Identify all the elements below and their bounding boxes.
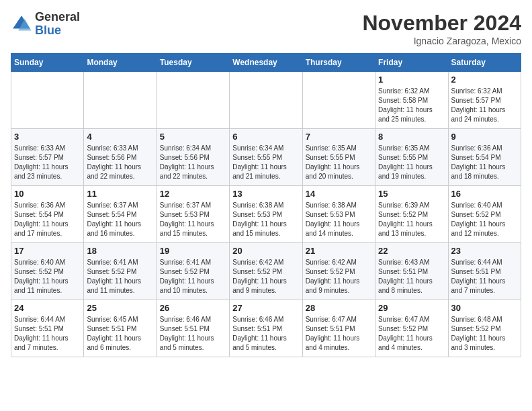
calendar-day-header: Wednesday [230,54,302,72]
day-info: Sunrise: 6:34 AM Sunset: 5:56 PM Dayligh… [160,144,226,181]
day-number: 29 [378,303,445,313]
day-number: 26 [160,303,226,313]
calendar-cell [157,72,229,129]
calendar-week-row: 17Sunrise: 6:40 AM Sunset: 5:52 PM Dayli… [11,243,521,300]
day-number: 19 [160,246,226,256]
calendar-cell: 25Sunrise: 6:45 AM Sunset: 5:51 PM Dayli… [84,300,157,357]
calendar-day-header: Sunday [11,54,84,72]
calendar-cell: 13Sunrise: 6:38 AM Sunset: 5:53 PM Dayli… [230,186,302,243]
calendar-cell [302,72,375,129]
day-info: Sunrise: 6:35 AM Sunset: 5:55 PM Dayligh… [306,144,372,181]
day-info: Sunrise: 6:43 AM Sunset: 5:51 PM Dayligh… [378,258,445,295]
calendar-cell: 2Sunrise: 6:32 AM Sunset: 5:57 PM Daylig… [448,72,521,129]
day-info: Sunrise: 6:38 AM Sunset: 5:53 PM Dayligh… [232,201,299,238]
day-info: Sunrise: 6:32 AM Sunset: 5:58 PM Dayligh… [378,87,445,124]
day-number: 8 [378,132,445,142]
day-number: 10 [14,189,81,199]
calendar-cell: 12Sunrise: 6:37 AM Sunset: 5:53 PM Dayli… [157,186,229,243]
calendar-week-row: 3Sunrise: 6:33 AM Sunset: 5:57 PM Daylig… [11,129,521,186]
day-number: 18 [87,246,153,256]
day-number: 15 [378,189,445,199]
calendar-cell: 6Sunrise: 6:34 AM Sunset: 5:55 PM Daylig… [230,129,302,186]
day-info: Sunrise: 6:47 AM Sunset: 5:51 PM Dayligh… [306,315,372,353]
calendar-cell: 19Sunrise: 6:41 AM Sunset: 5:52 PM Dayli… [157,243,229,300]
day-info: Sunrise: 6:38 AM Sunset: 5:53 PM Dayligh… [306,201,372,238]
calendar-cell: 22Sunrise: 6:43 AM Sunset: 5:51 PM Dayli… [375,243,448,300]
day-number: 13 [232,189,299,199]
day-info: Sunrise: 6:45 AM Sunset: 5:51 PM Dayligh… [87,315,153,353]
calendar-cell: 29Sunrise: 6:47 AM Sunset: 5:52 PM Dayli… [375,300,448,357]
day-info: Sunrise: 6:36 AM Sunset: 5:54 PM Dayligh… [451,144,518,181]
calendar-body: 1Sunrise: 6:32 AM Sunset: 5:58 PM Daylig… [11,72,521,357]
calendar-cell: 5Sunrise: 6:34 AM Sunset: 5:56 PM Daylig… [157,129,229,186]
day-info: Sunrise: 6:39 AM Sunset: 5:52 PM Dayligh… [378,201,445,238]
calendar-header-row: SundayMondayTuesdayWednesdayThursdayFrid… [11,54,521,72]
day-number: 22 [378,246,445,256]
location-subtitle: Ignacio Zaragoza, Mexico [362,36,521,46]
calendar-cell: 4Sunrise: 6:33 AM Sunset: 5:56 PM Daylig… [84,129,157,186]
calendar-week-row: 24Sunrise: 6:44 AM Sunset: 5:51 PM Dayli… [11,300,521,357]
calendar-cell: 7Sunrise: 6:35 AM Sunset: 5:55 PM Daylig… [302,129,375,186]
calendar-cell: 23Sunrise: 6:44 AM Sunset: 5:51 PM Dayli… [448,243,521,300]
day-number: 20 [232,246,299,256]
day-info: Sunrise: 6:34 AM Sunset: 5:55 PM Dayligh… [232,144,299,181]
calendar-table: SundayMondayTuesdayWednesdayThursdayFrid… [11,53,521,357]
day-info: Sunrise: 6:46 AM Sunset: 5:51 PM Dayligh… [160,315,226,353]
calendar-cell: 9Sunrise: 6:36 AM Sunset: 5:54 PM Daylig… [448,129,521,186]
calendar-cell: 24Sunrise: 6:44 AM Sunset: 5:51 PM Dayli… [11,300,84,357]
calendar-cell: 1Sunrise: 6:32 AM Sunset: 5:58 PM Daylig… [375,72,448,129]
day-info: Sunrise: 6:46 AM Sunset: 5:51 PM Dayligh… [232,315,299,353]
day-number: 25 [87,303,153,313]
day-number: 17 [14,246,81,256]
day-number: 7 [306,132,372,142]
day-number: 16 [451,189,518,199]
title-block: November 2024 Ignacio Zaragoza, Mexico [362,11,521,46]
day-number: 28 [306,303,372,313]
calendar-cell: 18Sunrise: 6:41 AM Sunset: 5:52 PM Dayli… [84,243,157,300]
calendar-day-header: Thursday [302,54,375,72]
day-number: 24 [14,303,81,313]
calendar-cell: 11Sunrise: 6:37 AM Sunset: 5:54 PM Dayli… [84,186,157,243]
calendar-cell: 20Sunrise: 6:42 AM Sunset: 5:52 PM Dayli… [230,243,302,300]
calendar-week-row: 10Sunrise: 6:36 AM Sunset: 5:54 PM Dayli… [11,186,521,243]
day-number: 14 [306,189,372,199]
calendar-cell [230,72,302,129]
calendar-cell: 15Sunrise: 6:39 AM Sunset: 5:52 PM Dayli… [375,186,448,243]
day-info: Sunrise: 6:37 AM Sunset: 5:54 PM Dayligh… [87,201,153,238]
day-number: 4 [87,132,153,142]
logo-text: General Blue [35,11,80,38]
calendar-cell: 3Sunrise: 6:33 AM Sunset: 5:57 PM Daylig… [11,129,84,186]
day-info: Sunrise: 6:44 AM Sunset: 5:51 PM Dayligh… [14,315,81,353]
calendar-day-header: Friday [375,54,448,72]
day-number: 27 [232,303,299,313]
calendar-cell: 17Sunrise: 6:40 AM Sunset: 5:52 PM Dayli… [11,243,84,300]
day-info: Sunrise: 6:47 AM Sunset: 5:52 PM Dayligh… [378,315,445,353]
calendar-cell [84,72,157,129]
calendar-day-header: Saturday [448,54,521,72]
day-number: 30 [451,303,518,313]
calendar-cell: 8Sunrise: 6:35 AM Sunset: 5:55 PM Daylig… [375,129,448,186]
day-info: Sunrise: 6:42 AM Sunset: 5:52 PM Dayligh… [232,258,299,295]
day-info: Sunrise: 6:42 AM Sunset: 5:52 PM Dayligh… [306,258,372,295]
calendar-cell: 14Sunrise: 6:38 AM Sunset: 5:53 PM Dayli… [302,186,375,243]
day-info: Sunrise: 6:40 AM Sunset: 5:52 PM Dayligh… [14,258,81,295]
day-info: Sunrise: 6:33 AM Sunset: 5:56 PM Dayligh… [87,144,153,181]
month-year-title: November 2024 [362,11,521,36]
day-info: Sunrise: 6:32 AM Sunset: 5:57 PM Dayligh… [451,87,518,124]
day-number: 6 [232,132,299,142]
logo: General Blue [11,11,80,38]
calendar-cell: 27Sunrise: 6:46 AM Sunset: 5:51 PM Dayli… [230,300,302,357]
day-number: 21 [306,246,372,256]
day-number: 11 [87,189,153,199]
day-info: Sunrise: 6:36 AM Sunset: 5:54 PM Dayligh… [14,201,81,238]
day-info: Sunrise: 6:48 AM Sunset: 5:52 PM Dayligh… [451,315,518,353]
calendar-cell: 16Sunrise: 6:40 AM Sunset: 5:52 PM Dayli… [448,186,521,243]
page-header: General Blue November 2024 Ignacio Zarag… [11,11,521,46]
day-number: 5 [160,132,226,142]
calendar-cell [11,72,84,129]
day-number: 9 [451,132,518,142]
calendar-day-header: Monday [84,54,157,72]
calendar-header: SundayMondayTuesdayWednesdayThursdayFrid… [11,54,521,72]
day-info: Sunrise: 6:41 AM Sunset: 5:52 PM Dayligh… [160,258,226,295]
day-number: 23 [451,246,518,256]
